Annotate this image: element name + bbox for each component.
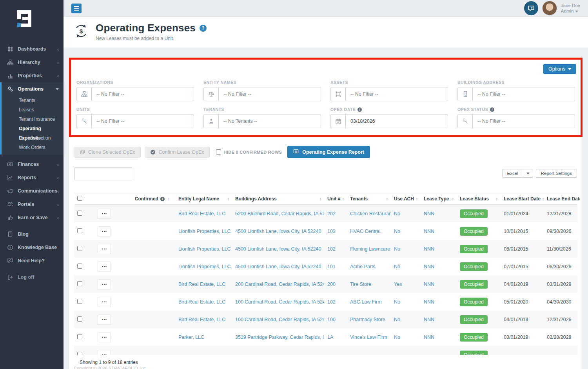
column-header-unit[interactable]: Unit #▴▾	[324, 196, 347, 202]
building-address-link[interactable]: 4500 Lionfish Lane, Iowa City, IA 52240	[235, 229, 321, 234]
column-header-confirmed[interactable]: Confirmedi▴▾	[129, 196, 175, 202]
column-header-lease-end-date[interactable]: Lease End Date	[544, 196, 580, 202]
help-icon[interactable]: ?	[200, 25, 207, 32]
tenants-filter-input[interactable]: -- No Tenants --	[203, 114, 321, 128]
tenant-link[interactable]: Pharmacy Store	[350, 317, 385, 322]
clone-selected-opex-button[interactable]: Clone Selected OpEx	[74, 147, 141, 158]
sidebar-item-tenants[interactable]: Tenants	[2, 96, 64, 105]
use-ach-link[interactable]: No	[394, 246, 400, 252]
lease-type-link[interactable]: NNN	[424, 264, 434, 269]
tenant-link[interactable]: Vince's Law Firm	[350, 334, 387, 340]
sidebar-item-earn-or-save[interactable]: Earn or Save ‹	[0, 211, 64, 224]
sidebar-item-properties[interactable]: Properties ‹	[0, 69, 64, 82]
unit-link[interactable]: 101	[327, 264, 336, 269]
unit-link[interactable]: 200	[327, 282, 336, 287]
row-actions-button[interactable]: …	[98, 209, 111, 219]
row-checkbox[interactable]	[77, 246, 82, 251]
entity-link[interactable]: Bird Real Estate, LLC	[178, 282, 225, 287]
entity-link[interactable]: Lionfish Properties, LLC★	[178, 246, 232, 252]
tenant-link[interactable]: ABC Law Firm	[350, 299, 382, 305]
entity-names-filter-input[interactable]: -- No Filter --	[203, 87, 321, 101]
row-actions-button[interactable]: …	[98, 332, 111, 342]
operating-expense-report-button[interactable]: $ Operating Expense Report	[287, 146, 370, 158]
organizations-filter-input[interactable]: -- No Filter --	[76, 87, 194, 101]
report-settings-button[interactable]: Report Settings	[536, 169, 577, 178]
row-actions-button[interactable]: …	[98, 350, 111, 355]
unit-link[interactable]: 202	[327, 211, 336, 216]
chat-icon[interactable]	[524, 1, 538, 15]
entity-link[interactable]: Bird Real Estate, LLC	[178, 211, 225, 216]
use-ach-link[interactable]: No	[394, 317, 400, 322]
row-checkbox[interactable]	[77, 316, 82, 322]
sidebar-item-rent-collection[interactable]: Rent Collection	[2, 133, 64, 143]
sidebar-item-log-off[interactable]: Log off	[0, 271, 64, 284]
sidebar-item-need-help[interactable]: Need Help?	[0, 254, 64, 267]
row-checkbox[interactable]	[77, 228, 82, 233]
row-actions-button[interactable]: …	[98, 297, 111, 307]
row-checkbox[interactable]	[77, 264, 82, 269]
column-header-lease-start-date[interactable]: Lease Start Date▴▾	[501, 196, 544, 202]
table-search-input[interactable]	[74, 167, 132, 180]
sidebar-item-dashboards[interactable]: Dashboards ‹	[0, 42, 64, 56]
lease-type-link[interactable]: NNN	[424, 334, 434, 340]
lease-type-link[interactable]: NNN	[424, 211, 434, 216]
entity-link[interactable]: Bird Real Estate, LLC	[178, 317, 225, 322]
lease-type-link[interactable]: NNN	[424, 282, 434, 287]
row-actions-button[interactable]: …	[98, 314, 111, 325]
building-address-link[interactable]: 200 Cardinal Road, Cedar Rapids, IA 5240…	[235, 282, 324, 287]
excel-export-button[interactable]: Excel	[502, 169, 523, 178]
lease-type-link[interactable]: NNN	[424, 246, 434, 252]
tenant-link[interactable]: Fleming Lawncare	[350, 246, 390, 252]
tenant-link[interactable]: Tire Store	[350, 282, 371, 287]
sidebar-item-knowledge-base[interactable]: ? Knowledge Base	[0, 241, 64, 254]
entity-link[interactable]: Lionfish Properties, LLC★	[178, 229, 232, 234]
opex-date-input[interactable]: 03/18/2026	[330, 114, 448, 128]
sidebar-item-portals[interactable]: Portals ‹	[0, 198, 64, 211]
assets-filter-input[interactable]: -- No Filter --	[330, 87, 448, 101]
entity-link[interactable]: Lionfish Properties, LLC★	[178, 264, 232, 269]
sidebar-item-finances[interactable]: Finances ‹	[0, 158, 64, 171]
units-filter-input[interactable]: -- No Filter --	[76, 114, 194, 128]
use-ach-link[interactable]: No	[394, 264, 400, 269]
column-header-tenants[interactable]: Tenants▴▾	[347, 196, 391, 202]
building-address-link[interactable]: 3519 Partridge Parkway, Cedar Rapids, IA…	[235, 334, 324, 340]
column-header-entity-legal-name[interactable]: Entity Legal Name▴▾	[175, 196, 232, 202]
lease-type-link[interactable]: NNN	[424, 299, 434, 305]
column-header-use-ach[interactable]: Use ACH▴▾	[391, 196, 421, 202]
use-ach-link[interactable]: No	[394, 211, 400, 216]
checkbox[interactable]	[216, 149, 221, 155]
excel-dropdown-button[interactable]	[523, 169, 533, 178]
row-actions-button[interactable]: …	[98, 226, 111, 236]
unit-link[interactable]: 1A	[327, 334, 333, 340]
building-address-link[interactable]: 4500 Lionfish Lane, Iowa City, IA 52240	[235, 246, 321, 252]
sidebar-item-hierarchy[interactable]: Hierarchy ‹	[0, 56, 64, 69]
unit-link[interactable]: 102	[327, 299, 336, 305]
row-checkbox[interactable]	[77, 281, 82, 286]
use-ach-link[interactable]: No	[394, 299, 400, 305]
sidebar-item-communications[interactable]: Communications ‹	[0, 184, 64, 198]
avatar[interactable]	[542, 1, 557, 16]
sidebar-item-tenant-insurance[interactable]: Tenant Insurance	[2, 115, 64, 124]
tenant-link[interactable]: Acme Parts	[350, 264, 376, 269]
sidebar-item-operating-expenses[interactable]: Operating Expenses	[2, 124, 64, 133]
sidebar-item-work-orders[interactable]: Work Orders	[2, 143, 64, 152]
column-header-buildings-address[interactable]: Buildings Address▴▾	[232, 196, 324, 202]
sidebar-item-leases[interactable]: Leases	[2, 105, 64, 115]
sidebar-item-operations[interactable]: Operations	[2, 82, 64, 96]
building-address-link[interactable]: 100 Cardinal Road, Cedar Rapids, IA 5240…	[235, 299, 324, 305]
user-menu[interactable]: Jane Doe Admin	[561, 3, 580, 14]
building-address-link[interactable]: 5200 Bluebird Road, Cedar Rapids, IA 524…	[235, 211, 324, 216]
tenant-link[interactable]: HVAC Central	[350, 229, 381, 234]
row-checkbox[interactable]	[77, 211, 82, 216]
hide-confirmed-rows-checkbox[interactable]: HIDE 0 CONFIRMED ROWS	[216, 149, 282, 155]
lease-type-link[interactable]: NNN	[424, 317, 434, 322]
building-address-link[interactable]: 4500 Lionfish Lane, Iowa City, IA 52240	[235, 264, 321, 269]
entity-link[interactable]: Parker, LLC	[178, 334, 204, 340]
use-ach-link[interactable]: No	[394, 229, 400, 234]
row-actions-button[interactable]: …	[98, 279, 111, 289]
unit-link[interactable]: 100	[327, 317, 336, 322]
column-header-lease-status[interactable]: Lease Status▴▾	[457, 196, 501, 202]
row-actions-button[interactable]: …	[98, 262, 111, 272]
unit-link[interactable]: 103	[327, 229, 336, 234]
sidebar-item-reports[interactable]: Reports ‹	[0, 171, 64, 184]
